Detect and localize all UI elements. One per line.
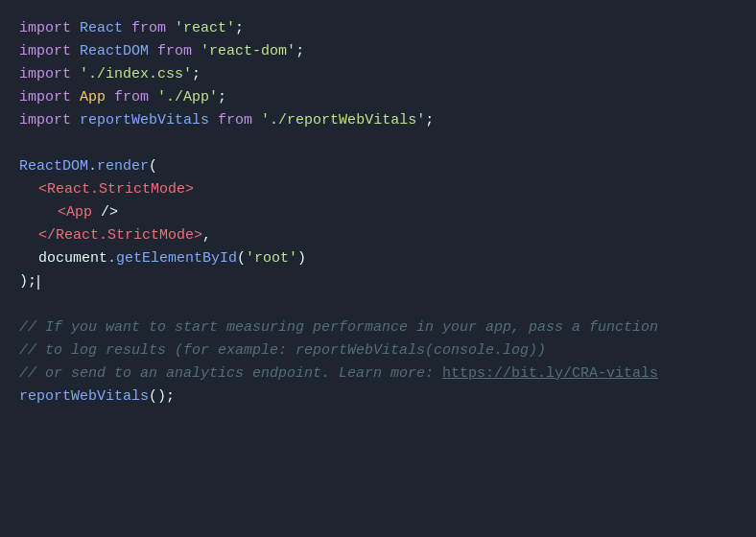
code-line-8: <React.StrictMode> xyxy=(19,178,737,201)
code-line-3: import './index.css'; xyxy=(19,63,737,86)
empty-line-1 xyxy=(19,132,737,155)
code-line-10: </React.StrictMode>, xyxy=(19,224,737,247)
code-line-4: import App from './App'; xyxy=(19,86,737,109)
code-line-1: import React from 'react'; xyxy=(19,17,737,40)
code-line-5: import reportWebVitals from './reportWeb… xyxy=(19,109,737,132)
empty-line-2 xyxy=(19,293,737,316)
code-report-call: reportWebVitals(); xyxy=(19,385,737,409)
code-line-12: ); xyxy=(19,270,737,293)
code-comment-1: // If you want to start measuring perfor… xyxy=(19,316,737,339)
code-comment-3: // or send to an analytics endpoint. Lea… xyxy=(19,362,737,385)
code-line-9: <App /> xyxy=(19,201,737,224)
code-line-7: ReactDOM.render( xyxy=(19,155,737,178)
code-editor: import React from 'react'; import ReactD… xyxy=(0,0,756,537)
code-line-11: document.getElementById('root') xyxy=(19,247,737,270)
code-comment-2: // to log results (for example: reportWe… xyxy=(19,339,737,362)
code-line-2: import ReactDOM from 'react-dom'; xyxy=(19,40,737,63)
